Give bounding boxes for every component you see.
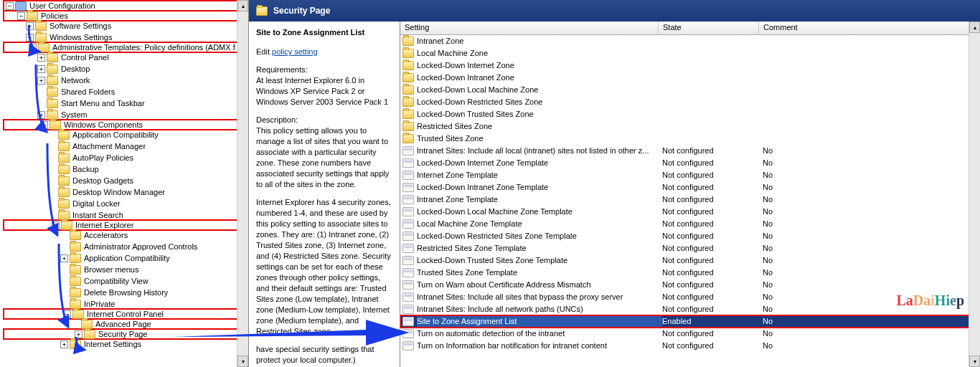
col-state[interactable]: State (659, 22, 759, 34)
folder-icon (402, 97, 414, 107)
tree-app-compat2[interactable]: +Application Compatibility (3, 252, 248, 264)
list-header[interactable]: Setting State Comment (400, 22, 980, 35)
list-setting-row[interactable]: Local Machine Zone TemplateNot configure… (400, 218, 980, 230)
scroll-down-icon[interactable]: ▾ (969, 356, 980, 367)
setting-icon (402, 329, 414, 338)
folder-icon (402, 110, 414, 119)
tree-backup[interactable]: Backup (3, 163, 248, 175)
list-setting-row[interactable]: Locked-Down Restricted Sites Zone Templa… (400, 230, 980, 242)
scroll-up-icon[interactable]: ▴ (237, 0, 248, 11)
list-folder-row[interactable]: Trusted Sites Zone (400, 133, 980, 145)
list-setting-row[interactable]: Site to Zone Assignment ListEnabledNo (400, 315, 980, 328)
collapse-icon[interactable]: − (17, 12, 25, 20)
col-setting[interactable]: Setting (400, 22, 659, 34)
folder-icon (402, 122, 414, 131)
list-setting-row[interactable]: Intranet Sites: Include all sites that b… (400, 291, 980, 303)
col-comment[interactable]: Comment (759, 22, 980, 34)
tree-start-menu[interactable]: Start Menu and Taskbar (3, 97, 248, 109)
list-setting-row[interactable]: Turn on Warn about Certificate Address M… (400, 279, 980, 291)
list-setting-row[interactable]: Intranet Zone TemplateNot configuredNo (400, 194, 980, 206)
tree-accelerators[interactable]: Accelerators (3, 229, 248, 241)
folder-icon (58, 188, 70, 197)
list-scrollbar[interactable]: ▴▾ (969, 22, 980, 367)
right-panel: Security Page Site to Zone Assignment Li… (249, 0, 980, 367)
nav-tree[interactable]: −User Configuration −Policies +Software … (0, 0, 248, 351)
list-folder-row[interactable]: Restricted Sites Zone (400, 120, 980, 133)
expand-icon[interactable]: + (37, 54, 45, 62)
collapse-icon[interactable]: − (63, 310, 71, 318)
scroll-down-icon[interactable]: ▾ (237, 356, 248, 367)
collapse-icon[interactable]: − (29, 44, 37, 52)
list-setting-row[interactable]: Locked-Down Local Machine Zone TemplateN… (400, 206, 980, 218)
list-folder-row[interactable]: Locked-Down Trusted Sites Zone (400, 108, 980, 120)
folder-icon (402, 134, 414, 143)
expand-icon[interactable]: + (37, 77, 45, 85)
folder-icon (58, 211, 70, 220)
folder-icon (58, 199, 70, 209)
tree-attach-mgr[interactable]: Attachment Manager (3, 140, 248, 152)
folder-icon (81, 320, 93, 329)
list-setting-row[interactable]: Intranet Sites: Include all local (intra… (400, 145, 980, 157)
tree-desk-win-mgr[interactable]: Desktop Window Manager (3, 186, 248, 198)
collapse-icon[interactable]: − (40, 121, 48, 129)
tree-del-history[interactable]: Delete Browsing History (3, 287, 248, 298)
tree-compat-view[interactable]: Compatibility View (3, 275, 248, 287)
list-setting-row[interactable]: Turn on automatic detection of the intra… (400, 328, 980, 340)
list-setting-row[interactable]: Locked-Down Intranet Zone TemplateNot co… (400, 181, 980, 194)
expand-icon[interactable]: + (26, 34, 34, 42)
collapse-icon[interactable]: − (6, 2, 14, 10)
folder-icon (70, 300, 81, 309)
list-folder-row[interactable]: Intranet Zone (400, 35, 980, 47)
tree-control-panel[interactable]: +Control Panel (3, 52, 248, 63)
expand-icon[interactable]: + (60, 254, 68, 262)
list-folder-row[interactable]: Locked-Down Local Machine Zone (400, 84, 980, 96)
tree-app-compat[interactable]: Application Compatibility (3, 129, 248, 140)
tree-scrollbar[interactable]: ▴▾ (237, 0, 248, 367)
folder-icon (35, 33, 47, 42)
tree-ie-settings[interactable]: +Internet Settings (3, 338, 248, 350)
page-title: Security Page (273, 6, 330, 16)
expand-icon[interactable]: + (75, 330, 83, 338)
folder-icon (402, 85, 414, 95)
tree-network[interactable]: +Network (3, 75, 248, 86)
tree-digital-locker[interactable]: Digital Locker (3, 198, 248, 209)
list-folder-row[interactable]: Locked-Down Restricted Sites Zone (400, 96, 980, 108)
expand-icon[interactable]: + (37, 111, 45, 119)
folder-icon (61, 221, 72, 230)
folder-icon (256, 6, 268, 16)
folder-icon (47, 65, 58, 74)
tree-desk-gadgets[interactable]: Desktop Gadgets (3, 175, 248, 186)
list-folder-row[interactable]: Local Machine Zone (400, 47, 980, 59)
setting-icon (402, 195, 414, 204)
expand-icon[interactable]: + (37, 65, 45, 73)
folder-icon (58, 176, 70, 186)
folder-icon (58, 153, 70, 163)
scroll-up-icon[interactable]: ▴ (969, 22, 980, 33)
list-setting-row[interactable]: Intranet Sites: Include all network path… (400, 303, 980, 315)
expand-icon[interactable]: + (26, 22, 34, 30)
tree-shared-folders[interactable]: Shared Folders (3, 86, 248, 97)
list-setting-row[interactable]: Turn on Information bar notification for… (400, 340, 980, 352)
list-folder-row[interactable]: Locked-Down Internet Zone (400, 59, 980, 72)
setting-icon (402, 268, 414, 277)
folder-icon (402, 61, 414, 70)
tree-desktop[interactable]: +Desktop (3, 63, 248, 75)
list-setting-row[interactable]: Locked-Down Internet Zone TemplateNot co… (400, 157, 980, 169)
folder-icon (47, 53, 58, 62)
list-setting-row[interactable]: Locked-Down Trusted Sites Zone TemplateN… (400, 254, 980, 267)
tree-autoplay[interactable]: AutoPlay Policies (3, 152, 248, 163)
tree-software[interactable]: +Software Settings (3, 20, 248, 32)
tree-browser-menus[interactable]: Browser menus (3, 264, 248, 275)
list-folder-row[interactable]: Locked-Down Intranet Zone (400, 72, 980, 84)
folder-icon (84, 330, 95, 339)
setting-icon (402, 183, 414, 192)
collapse-icon[interactable]: − (52, 221, 60, 229)
tree-admin-controls[interactable]: Administrator Approved Controls (3, 241, 248, 252)
expand-icon[interactable]: + (60, 340, 68, 348)
setting-icon (402, 146, 414, 156)
list-setting-row[interactable]: Restricted Sites Zone TemplateNot config… (400, 242, 980, 254)
tree-admx[interactable]: −Administrative Templates: Policy defini… (3, 42, 248, 53)
edit-policy-link[interactable]: policy setting (272, 47, 318, 56)
list-setting-row[interactable]: Trusted Sites Zone TemplateNot configure… (400, 267, 980, 279)
list-setting-row[interactable]: Internet Zone TemplateNot configuredNo (400, 169, 980, 181)
